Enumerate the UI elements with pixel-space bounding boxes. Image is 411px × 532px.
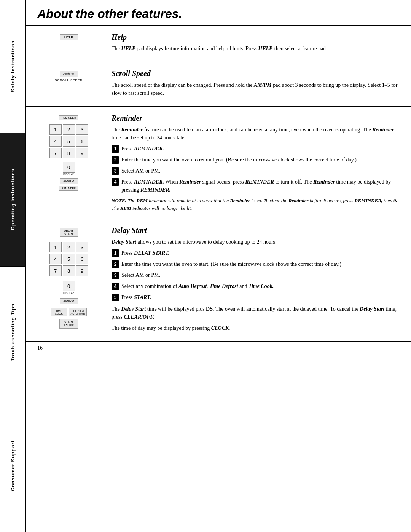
sidebar-section-consumer: Consumer Support [0, 399, 25, 532]
section-delay-start: DELAYSTART 1 2 3 4 5 6 7 8 9 0 [26, 219, 411, 342]
sidebar-label-operating: Operating Instructions [10, 169, 16, 230]
delay-extra-buttons: TIMECOOK DEFROSTAUTO/TIME [51, 308, 87, 316]
delay-key-2: 2 [63, 242, 75, 252]
section-reminder: REMINDER 1 2 3 4 5 6 7 8 9 0 DISPLA [26, 107, 411, 219]
ampm-button-graphic: AM/PM [60, 71, 78, 77]
delay-start-title: Delay Start [112, 226, 400, 235]
delay-start-top-btn: DELAYSTART [60, 228, 78, 237]
help-body: The HELP pad displays feature informatio… [112, 45, 400, 53]
reminder-keypad-area: REMINDER 1 2 3 4 5 6 7 8 9 0 DISPLA [49, 115, 88, 192]
delay-step-text-1: Press DELAY START. [121, 249, 169, 257]
step-num-3: 3 [112, 167, 119, 175]
delay-keypad-area: DELAYSTART 1 2 3 4 5 6 7 8 9 0 [49, 228, 88, 329]
delay-start-right: Delay Start Delay Start allows you to se… [112, 226, 400, 334]
sidebar-label-safety: Safety Instructions [10, 40, 16, 92]
sidebar-section-troubleshooting: Troubleshooting Tips [0, 267, 25, 400]
scroll-speed-title: Scroll Speed [112, 69, 400, 78]
scroll-speed-sublabel: SCROLL SPEED [55, 78, 83, 82]
delay-start-steps: 1 Press DELAY START. 2 Enter the time yo… [112, 249, 400, 301]
reminder-intro: The Reminder feature can be used like an… [112, 126, 400, 142]
start-pause-button: STARTPAUSE [59, 319, 78, 329]
delay-key-zero: 0 [63, 281, 75, 291]
reminder-step-2: 2 Enter the time you want the oven to re… [112, 156, 400, 164]
scroll-speed-body-text: The scroll speed of the display can be c… [112, 81, 400, 97]
reminder-top-button: REMINDER [59, 115, 78, 120]
step-num-1: 1 [112, 145, 119, 153]
delay-step-text-2: Enter the time you want the oven to star… [121, 260, 341, 268]
delay-step-2: 2 Enter the time you want the oven to st… [112, 260, 400, 268]
delay-key-5: 5 [63, 254, 75, 264]
reminder-left: REMINDER 1 2 3 4 5 6 7 8 9 0 DISPLA [33, 114, 104, 212]
delay-step-text-5: Press START. [121, 293, 151, 301]
delay-key-3: 3 [76, 242, 88, 252]
key-5: 5 [63, 136, 75, 147]
sidebar-label-troubleshooting: Troubleshooting Tips [10, 304, 16, 361]
delay-step-text-4: Select any combination of Auto Defrost, … [121, 282, 274, 290]
display-label: DISPLAY [63, 173, 74, 176]
delay-step-num-2: 2 [112, 260, 119, 268]
sidebar: Safety Instructions Operating Instructio… [0, 0, 26, 532]
scroll-speed-left: AM/PM SCROLL SPEED [33, 69, 104, 99]
delay-step-4: 4 Select any combination of Auto Defrost… [112, 282, 400, 290]
delay-key-1: 1 [49, 242, 62, 252]
step-text-4: Press REMINDER. When Reminder signal occ… [121, 178, 400, 194]
delay-step-num-1: 1 [112, 249, 119, 257]
delay-key-4: 4 [49, 254, 62, 264]
delay-key-8: 8 [63, 265, 75, 276]
help-left: HELP [33, 33, 104, 55]
reminder-keypad: 1 2 3 4 5 6 7 8 9 [49, 124, 88, 158]
step-num-2: 2 [112, 156, 119, 164]
delay-step-3: 3 Select AM or PM. [112, 271, 400, 279]
time-cook-button: TIMECOOK [51, 308, 67, 316]
sidebar-section-safety: Safety Instructions [0, 0, 25, 133]
delay-start-intro: Delay Start allows you to set the microw… [112, 238, 400, 246]
defrost-button: DEFROSTAUTO/TIME [69, 308, 87, 316]
delay-start-left: DELAYSTART 1 2 3 4 5 6 7 8 9 0 [33, 226, 104, 334]
section-help: HELP Help The HELP pad displays feature … [26, 26, 411, 62]
key-zero-container: 0 DISPLAY [50, 162, 88, 176]
delay-step-5: 5 Press START. [112, 293, 400, 301]
delay-outro-1: The Delay Start time will be displayed p… [112, 305, 400, 321]
reminder-note: NOTE: The REM indicator will remain lit … [112, 197, 400, 212]
delay-start-body: Delay Start allows you to set the microw… [112, 238, 400, 246]
help-title: Help [112, 33, 400, 42]
delay-key-9: 9 [76, 265, 88, 276]
reminder-right: Reminder The Reminder feature can be use… [112, 114, 400, 212]
key-2: 2 [63, 124, 75, 135]
delay-display-label: DISPLAY [63, 292, 74, 294]
reminder-title: Reminder [112, 114, 400, 123]
delay-outro-2: The time of day may be displayed by pres… [112, 324, 400, 332]
step-text-1: Press REMINDER. [121, 145, 164, 153]
sidebar-label-consumer: Consumer Support [10, 440, 16, 491]
ampm-reminder-button: AM/PM [60, 178, 78, 184]
delay-step-num-3: 3 [112, 272, 119, 279]
key-8: 8 [63, 148, 75, 158]
key-1: 1 [49, 124, 62, 135]
delay-step-num-4: 4 [112, 283, 119, 290]
delay-ampm-button: AM/PM [60, 298, 78, 304]
delay-step-1: 1 Press DELAY START. [112, 249, 400, 257]
reminder-body: The Reminder feature can be used like an… [112, 126, 400, 142]
step-text-2: Enter the time you want the oven to remi… [121, 156, 357, 164]
reminder-step-3: 3 Select AM or PM. [112, 167, 400, 175]
page-number: 16 [26, 342, 411, 354]
delay-key-7: 7 [49, 265, 62, 276]
scroll-speed-right: Scroll Speed The scroll speed of the dis… [112, 69, 400, 99]
reminder-step-4: 4 Press REMINDER. When Reminder signal o… [112, 178, 400, 194]
delay-key-6: 6 [76, 254, 88, 264]
section-scroll-speed: AM/PM SCROLL SPEED Scroll Speed The scro… [26, 62, 411, 107]
main-content: About the other features. HELP Help The … [26, 0, 411, 532]
delay-start-outro: The Delay Start time will be displayed p… [112, 305, 400, 332]
help-button-graphic: HELP [60, 34, 78, 40]
step-text-3: Select AM or PM. [121, 167, 160, 175]
delay-keypad: 1 2 3 4 5 6 7 8 9 [49, 242, 88, 276]
delay-step-num-5: 5 [112, 294, 119, 301]
help-body-text: The HELP pad displays feature informatio… [112, 45, 400, 53]
key-3: 3 [76, 124, 88, 135]
key-zero: 0 [63, 162, 75, 173]
reminder-step-1: 1 Press REMINDER. [112, 145, 400, 153]
reminder-bottom-button: REMINDER [59, 186, 78, 191]
help-right: Help The HELP pad displays feature infor… [112, 33, 400, 55]
reminder-steps: 1 Press REMINDER. 2 Enter the time you w… [112, 145, 400, 194]
delay-step-text-3: Select AM or PM. [121, 271, 160, 279]
